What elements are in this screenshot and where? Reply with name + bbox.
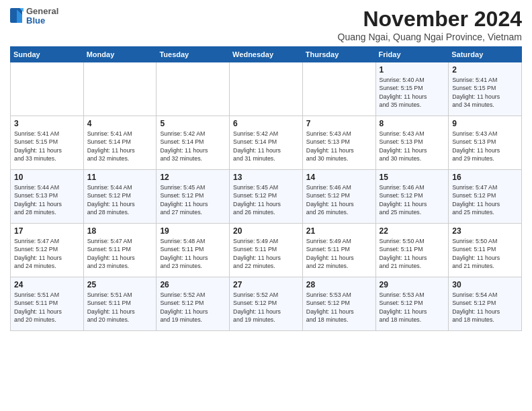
day-info: Sunrise: 5:41 AM Sunset: 5:15 PM Dayligh… [14, 130, 80, 163]
table-row: 24Sunrise: 5:51 AM Sunset: 5:11 PM Dayli… [11, 277, 84, 331]
title-block: November 2024 Quang Ngai, Quang Ngai Pro… [338, 7, 522, 42]
day-info: Sunrise: 5:50 AM Sunset: 5:11 PM Dayligh… [380, 237, 445, 270]
month-title: November 2024 [338, 7, 522, 32]
col-thursday: Thursday [302, 47, 375, 62]
col-friday: Friday [375, 47, 449, 62]
day-info: Sunrise: 5:41 AM Sunset: 5:15 PM Dayligh… [452, 76, 518, 109]
table-row: 18Sunrise: 5:47 AM Sunset: 5:11 PM Dayli… [83, 224, 157, 277]
table-row [157, 62, 230, 116]
day-info: Sunrise: 5:54 AM Sunset: 5:12 PM Dayligh… [452, 291, 518, 324]
location-subtitle: Quang Ngai, Quang Ngai Province, Vietnam [338, 32, 522, 42]
table-row: 6Sunrise: 5:42 AM Sunset: 5:14 PM Daylig… [230, 116, 303, 170]
table-row: 20Sunrise: 5:49 AM Sunset: 5:11 PM Dayli… [230, 224, 303, 277]
table-row: 7Sunrise: 5:43 AM Sunset: 5:13 PM Daylig… [302, 116, 375, 170]
day-number: 11 [87, 173, 153, 182]
day-number: 20 [233, 226, 299, 236]
day-number: 28 [306, 280, 372, 289]
table-row: 12Sunrise: 5:45 AM Sunset: 5:12 PM Dayli… [157, 170, 230, 224]
day-number: 19 [160, 226, 226, 236]
day-info: Sunrise: 5:52 AM Sunset: 5:12 PM Dayligh… [233, 291, 299, 324]
day-number: 15 [380, 173, 445, 182]
logo-general: General [26, 7, 58, 16]
day-info: Sunrise: 5:51 AM Sunset: 5:11 PM Dayligh… [14, 291, 80, 324]
day-number: 24 [14, 280, 80, 289]
day-number: 21 [306, 226, 372, 236]
day-info: Sunrise: 5:49 AM Sunset: 5:11 PM Dayligh… [306, 237, 372, 270]
day-info: Sunrise: 5:43 AM Sunset: 5:13 PM Dayligh… [306, 130, 372, 163]
logo: General Blue [10, 7, 58, 26]
day-number: 5 [160, 119, 226, 128]
calendar-week-1: 1Sunrise: 5:40 AM Sunset: 5:15 PM Daylig… [11, 62, 522, 116]
calendar-week-4: 17Sunrise: 5:47 AM Sunset: 5:12 PM Dayli… [11, 224, 522, 277]
day-info: Sunrise: 5:41 AM Sunset: 5:14 PM Dayligh… [87, 130, 153, 163]
table-row: 5Sunrise: 5:42 AM Sunset: 5:14 PM Daylig… [157, 116, 230, 170]
day-number: 27 [233, 280, 299, 289]
day-info: Sunrise: 5:40 AM Sunset: 5:15 PM Dayligh… [380, 76, 445, 109]
table-row: 14Sunrise: 5:46 AM Sunset: 5:12 PM Dayli… [302, 170, 375, 224]
day-info: Sunrise: 5:49 AM Sunset: 5:11 PM Dayligh… [233, 237, 299, 270]
day-number: 18 [87, 226, 153, 236]
table-row: 3Sunrise: 5:41 AM Sunset: 5:15 PM Daylig… [11, 116, 84, 170]
table-row: 2Sunrise: 5:41 AM Sunset: 5:15 PM Daylig… [449, 62, 522, 116]
day-info: Sunrise: 5:46 AM Sunset: 5:12 PM Dayligh… [380, 183, 445, 216]
day-info: Sunrise: 5:44 AM Sunset: 5:13 PM Dayligh… [14, 183, 80, 216]
table-row: 17Sunrise: 5:47 AM Sunset: 5:12 PM Dayli… [11, 224, 84, 277]
table-row: 13Sunrise: 5:45 AM Sunset: 5:12 PM Dayli… [230, 170, 303, 224]
col-wednesday: Wednesday [230, 47, 303, 62]
day-number: 23 [452, 226, 518, 236]
table-row: 9Sunrise: 5:43 AM Sunset: 5:13 PM Daylig… [449, 116, 522, 170]
day-number: 12 [160, 173, 226, 182]
day-info: Sunrise: 5:48 AM Sunset: 5:11 PM Dayligh… [160, 237, 226, 270]
day-number: 30 [452, 280, 518, 289]
table-row [83, 62, 157, 116]
day-info: Sunrise: 5:50 AM Sunset: 5:11 PM Dayligh… [452, 237, 518, 270]
calendar-week-3: 10Sunrise: 5:44 AM Sunset: 5:13 PM Dayli… [11, 170, 522, 224]
day-info: Sunrise: 5:47 AM Sunset: 5:12 PM Dayligh… [452, 183, 518, 216]
col-sunday: Sunday [11, 47, 84, 62]
logo-icon [10, 8, 24, 24]
table-row: 21Sunrise: 5:49 AM Sunset: 5:11 PM Dayli… [302, 224, 375, 277]
day-info: Sunrise: 5:45 AM Sunset: 5:12 PM Dayligh… [233, 183, 299, 216]
calendar-week-5: 24Sunrise: 5:51 AM Sunset: 5:11 PM Dayli… [11, 277, 522, 331]
logo-blue: Blue [26, 16, 58, 26]
day-number: 25 [87, 280, 153, 289]
day-number: 9 [452, 119, 518, 128]
table-row: 26Sunrise: 5:52 AM Sunset: 5:12 PM Dayli… [157, 277, 230, 331]
calendar-table: Sunday Monday Tuesday Wednesday Thursday… [10, 46, 522, 331]
day-info: Sunrise: 5:53 AM Sunset: 5:12 PM Dayligh… [380, 291, 445, 324]
table-row: 11Sunrise: 5:44 AM Sunset: 5:12 PM Dayli… [83, 170, 157, 224]
table-row: 8Sunrise: 5:43 AM Sunset: 5:13 PM Daylig… [375, 116, 449, 170]
table-row [11, 62, 84, 116]
table-row: 15Sunrise: 5:46 AM Sunset: 5:12 PM Dayli… [375, 170, 449, 224]
day-info: Sunrise: 5:43 AM Sunset: 5:13 PM Dayligh… [452, 130, 518, 163]
day-number: 10 [14, 173, 80, 182]
table-row: 30Sunrise: 5:54 AM Sunset: 5:12 PM Dayli… [449, 277, 522, 331]
col-saturday: Saturday [449, 47, 522, 62]
day-number: 7 [306, 119, 372, 128]
table-row: 19Sunrise: 5:48 AM Sunset: 5:11 PM Dayli… [157, 224, 230, 277]
day-number: 4 [87, 119, 153, 128]
day-number: 26 [160, 280, 226, 289]
day-info: Sunrise: 5:42 AM Sunset: 5:14 PM Dayligh… [160, 130, 226, 163]
calendar-week-2: 3Sunrise: 5:41 AM Sunset: 5:15 PM Daylig… [11, 116, 522, 170]
day-info: Sunrise: 5:43 AM Sunset: 5:13 PM Dayligh… [380, 130, 445, 163]
table-row: 23Sunrise: 5:50 AM Sunset: 5:11 PM Dayli… [449, 224, 522, 277]
day-number: 16 [452, 173, 518, 182]
day-number: 6 [233, 119, 299, 128]
table-row: 1Sunrise: 5:40 AM Sunset: 5:15 PM Daylig… [375, 62, 449, 116]
day-info: Sunrise: 5:47 AM Sunset: 5:12 PM Dayligh… [14, 237, 80, 270]
col-tuesday: Tuesday [157, 47, 230, 62]
day-info: Sunrise: 5:42 AM Sunset: 5:14 PM Dayligh… [233, 130, 299, 163]
day-number: 14 [306, 173, 372, 182]
day-number: 17 [14, 226, 80, 236]
day-info: Sunrise: 5:45 AM Sunset: 5:12 PM Dayligh… [160, 183, 226, 216]
table-row: 16Sunrise: 5:47 AM Sunset: 5:12 PM Dayli… [449, 170, 522, 224]
table-row: 4Sunrise: 5:41 AM Sunset: 5:14 PM Daylig… [83, 116, 157, 170]
table-row [230, 62, 303, 116]
table-row [302, 62, 375, 116]
day-info: Sunrise: 5:52 AM Sunset: 5:12 PM Dayligh… [160, 291, 226, 324]
col-monday: Monday [83, 47, 157, 62]
day-number: 3 [14, 119, 80, 128]
table-row: 10Sunrise: 5:44 AM Sunset: 5:13 PM Dayli… [11, 170, 84, 224]
day-number: 13 [233, 173, 299, 182]
